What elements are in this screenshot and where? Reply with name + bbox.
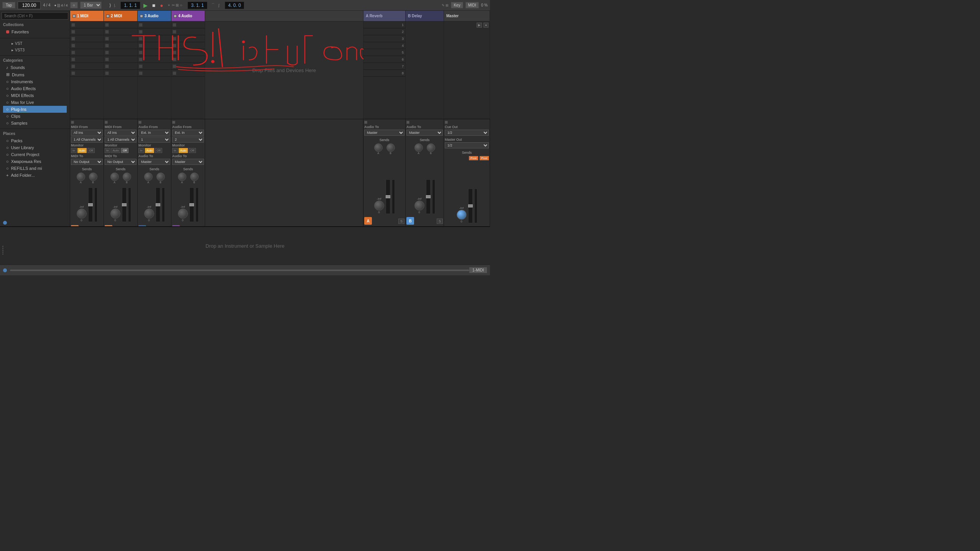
clip-btn-1-5[interactable] xyxy=(71,51,75,54)
ch2-fader-handle[interactable] xyxy=(122,203,127,206)
master-play-button[interactable]: ▶ xyxy=(477,23,482,28)
play-button[interactable]: ▶ xyxy=(142,2,149,9)
master-fader-track[interactable] xyxy=(468,189,473,223)
sidebar-item-sounds[interactable]: ♪ Sounds xyxy=(3,64,67,71)
sidebar-item-samples[interactable]: ○ Samples xyxy=(3,120,67,127)
ch3-fader-handle[interactable] xyxy=(156,203,160,206)
track-header-1-midi[interactable]: 1 MIDI xyxy=(70,11,104,21)
ch2-midi-from-select[interactable]: All Ins xyxy=(105,130,136,136)
clip-slot-2-6[interactable] xyxy=(104,56,137,63)
ch3-channel-select[interactable]: 1 xyxy=(138,137,170,143)
clip-slot-2-8[interactable] xyxy=(104,70,137,77)
clip-btn-3-1[interactable] xyxy=(139,23,143,27)
sidebar-item-instruments[interactable]: ○ Instruments xyxy=(3,78,67,85)
clip-btn-4-6[interactable] xyxy=(173,58,176,61)
clip-btn-2-2[interactable] xyxy=(105,30,109,34)
clip-slot-1-6[interactable] xyxy=(70,56,104,63)
ch3-off-btn[interactable]: Off xyxy=(155,148,162,153)
ret-b-solo-btn[interactable]: S xyxy=(437,219,443,224)
ch3-send-b-knob[interactable] xyxy=(156,173,165,181)
ret-a-solo-btn[interactable]: S xyxy=(398,219,404,224)
clip-btn-2-5[interactable] xyxy=(105,51,109,54)
sidebar-item-drums[interactable]: ⊞ Drums xyxy=(3,71,67,78)
ch1-midi-to-select[interactable]: No Output xyxy=(71,159,103,165)
ret-a-fader-track[interactable] xyxy=(386,179,390,214)
ch1-send-a-knob[interactable] xyxy=(77,173,85,181)
ret-b-audio-to-select[interactable]: Master xyxy=(406,130,443,136)
clip-slot-3-4[interactable] xyxy=(138,42,171,49)
ret-b-send-a-knob[interactable] xyxy=(414,143,423,152)
clip-btn-1-8[interactable] xyxy=(71,71,75,75)
clip-btn-3-7[interactable] xyxy=(139,64,143,68)
clip-btn-3-3[interactable] xyxy=(139,37,143,41)
track-header-2-midi[interactable]: 2 MIDI xyxy=(104,11,138,21)
clip-slot-3-6[interactable] xyxy=(138,56,171,63)
clip-btn-1-6[interactable] xyxy=(71,58,75,61)
tap-button[interactable]: Tap xyxy=(2,2,15,8)
clip-btn-2-4[interactable] xyxy=(105,44,109,48)
clip-btn-2-7[interactable] xyxy=(105,64,109,68)
ch2-send-b-knob[interactable] xyxy=(123,173,131,181)
sidebar-item-audio-effects[interactable]: ○ Audio Effects xyxy=(3,85,67,92)
sidebar-item-add-folder[interactable]: + Add Folder... xyxy=(3,172,67,179)
clip-slot-2-3[interactable] xyxy=(104,35,137,42)
clip-btn-4-8[interactable] xyxy=(173,71,176,75)
clip-slot-3-2[interactable] xyxy=(138,28,171,35)
ch3-audio-from-select[interactable]: Ext. In xyxy=(138,130,170,136)
master-cue-select[interactable]: 1/2 xyxy=(445,130,489,136)
ret-b-fader-track[interactable] xyxy=(426,179,431,214)
bar-select[interactable]: 1 Bar 2 Bar 4 Bar xyxy=(80,2,102,9)
ch4-send-b-knob[interactable] xyxy=(190,173,199,181)
ch2-channel-select[interactable]: 1 All Channels xyxy=(105,137,136,143)
ch2-vol-knob[interactable] xyxy=(110,209,120,219)
clip-btn-4-5[interactable] xyxy=(173,51,176,54)
clip-slot-1-3[interactable] xyxy=(70,35,104,42)
sidebar-item-refills[interactable]: ○ REFILLS and mi xyxy=(3,165,67,172)
track-header-b-delay[interactable]: B Delay xyxy=(406,11,444,21)
clip-btn-3-5[interactable] xyxy=(139,51,143,54)
stop-button[interactable]: ■ xyxy=(151,2,157,9)
sidebar-item-vst3[interactable]: ▸VST3 xyxy=(3,47,67,53)
ch4-auto-btn[interactable]: Auto xyxy=(179,148,188,153)
clip-slot-1-1[interactable] xyxy=(70,21,104,28)
clip-btn-4-2[interactable] xyxy=(173,30,176,34)
clip-slot-2-5[interactable] xyxy=(104,49,137,56)
clip-slot-4-1[interactable] xyxy=(171,21,205,28)
metronome-button[interactable]: ○ xyxy=(70,2,78,8)
ret-a-send-b-knob[interactable] xyxy=(386,143,395,152)
master-post-btn-2[interactable]: Post xyxy=(480,156,489,160)
ch4-audio-from-select[interactable]: Ext. In xyxy=(172,130,204,136)
ret-b-letter-btn[interactable]: B xyxy=(406,217,414,225)
clip-btn-3-4[interactable] xyxy=(139,44,143,48)
ch1-channel-select[interactable]: 1 All Channels xyxy=(71,137,103,143)
ch1-in-btn[interactable]: In xyxy=(71,148,77,153)
ch1-midi-from-select[interactable]: All Ins xyxy=(71,130,103,136)
ret-b-vol-knob[interactable] xyxy=(414,201,424,211)
ret-a-send-a-knob[interactable] xyxy=(374,143,383,152)
ch2-auto-btn[interactable]: Auto xyxy=(111,148,120,153)
ch3-in-btn[interactable]: In xyxy=(138,148,144,153)
clip-slot-1-4[interactable] xyxy=(70,42,104,49)
clip-btn-2-8[interactable] xyxy=(105,71,109,75)
clip-slot-4-4[interactable] xyxy=(171,42,205,49)
ch2-fader-track[interactable] xyxy=(122,188,127,222)
ch4-vol-knob[interactable] xyxy=(178,209,188,219)
ch4-off-btn[interactable]: Off xyxy=(189,148,196,153)
ch3-auto-btn[interactable]: Auto xyxy=(145,148,154,153)
ret-a-audio-to-select[interactable]: Master xyxy=(364,130,404,136)
track-header-master[interactable]: Master xyxy=(444,11,490,21)
ch1-auto-btn[interactable]: Auto xyxy=(77,148,87,153)
track-header-4-audio[interactable]: 4 Audio xyxy=(171,11,205,21)
sidebar-item-user-library[interactable]: ○ User Library xyxy=(3,144,67,151)
clip-btn-1-2[interactable] xyxy=(71,30,75,34)
ch3-fader-track[interactable] xyxy=(156,188,160,222)
track-header-3-audio[interactable]: 3 Audio xyxy=(138,11,171,21)
ch4-audio-to-select[interactable]: Master xyxy=(172,159,204,165)
clip-slot-2-7[interactable] xyxy=(104,63,137,70)
ret-b-fader-handle[interactable] xyxy=(426,195,431,198)
clip-btn-4-4[interactable] xyxy=(173,44,176,48)
ch3-send-a-knob[interactable] xyxy=(144,173,153,181)
clip-slot-3-7[interactable] xyxy=(138,63,171,70)
clip-slot-1-7[interactable] xyxy=(70,63,104,70)
clip-btn-1-3[interactable] xyxy=(71,37,75,41)
